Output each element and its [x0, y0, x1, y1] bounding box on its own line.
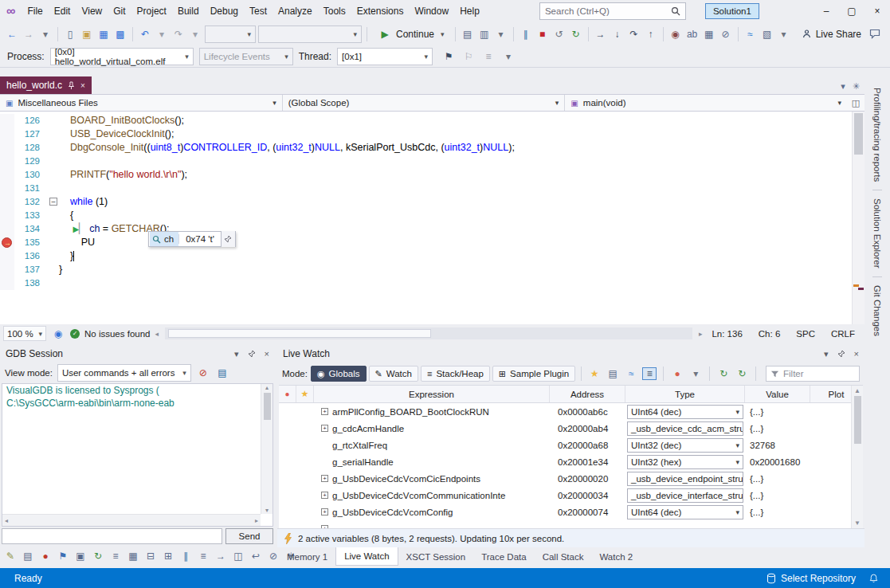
menu-item[interactable]: Tools [318, 0, 351, 22]
code-line[interactable]: 132– while (1) [0, 195, 865, 209]
column-indicator[interactable]: Ch: 6 [759, 329, 781, 339]
code-line[interactable]: 138 [0, 276, 865, 290]
scope-dropdown[interactable]: (Global Scope)▾ [283, 95, 566, 111]
flag-outline-icon[interactable]: ⚐ [461, 51, 476, 62]
watch-row[interactable]: +armPllConfig_BOARD_BootClockRUN0x0000ab… [279, 403, 851, 420]
menu-item[interactable]: Extensions [351, 0, 410, 22]
type-selector[interactable]: UInt32 (dec)▾ [627, 438, 743, 453]
type-selector[interactable]: UInt64 (dec)▾ [627, 405, 743, 419]
datatip-variable[interactable]: ch [150, 232, 178, 246]
nav-back-icon[interactable]: ← [5, 29, 19, 40]
breakpoint-margin[interactable] [0, 141, 14, 155]
pin-log-icon[interactable]: ⚑ [56, 551, 70, 562]
breakpoint-margin[interactable] [0, 127, 14, 141]
auto-scroll-icon[interactable]: ✎ [3, 551, 18, 562]
gdb-panel-header[interactable]: GDB Session ▾ × [0, 345, 275, 363]
minimize-icon[interactable]: – [814, 0, 839, 22]
split-editor-icon[interactable]: ◫ [847, 95, 865, 111]
save-icon[interactable]: ▦ [96, 29, 111, 40]
ide-layout-icon[interactable]: ▧ [760, 29, 774, 40]
menu-icon[interactable]: ≡ [196, 551, 210, 562]
breakpoint-margin[interactable] [0, 209, 14, 222]
gdb-horizontal-scrollbar[interactable]: ◂▸ [2, 514, 261, 526]
expand-icon[interactable]: + [321, 508, 328, 515]
code-editor[interactable]: 126 BOARD_InitBootClocks();127 USB_Devic… [0, 112, 865, 324]
live-watch-header[interactable]: Live Watch ▾ × [277, 345, 865, 363]
run-to-cursor-icon[interactable]: → [594, 29, 608, 40]
favorites-icon[interactable]: ★ [587, 368, 602, 379]
code-line[interactable]: 137} [0, 263, 865, 276]
pause-dropdown-icon[interactable]: ▾ [688, 368, 703, 379]
menu-item[interactable]: Window [409, 0, 454, 22]
search-input[interactable]: Search (Ctrl+Q) [539, 2, 686, 20]
watch-row[interactable]: +g_UsbDeviceCdcVcomCommunicationInte0x20… [279, 487, 851, 504]
pin-icon[interactable] [248, 350, 256, 358]
mode-button-stack-heap[interactable]: ≡Stack/Heap [421, 366, 490, 382]
step-into-icon[interactable]: ↓ [610, 29, 625, 40]
menu-item[interactable]: View [76, 0, 108, 22]
column-header-type[interactable]: Type [625, 386, 745, 402]
gdb-output-area[interactable]: VisualGDB is licensed to Sysprogs (C:\Sy… [2, 383, 273, 527]
thread-combo[interactable]: [0x1]▾ [337, 48, 433, 65]
solution-platforms-combo[interactable]: ▾ [258, 25, 362, 43]
hscroll-right-icon[interactable]: ▸ [699, 330, 703, 338]
word-wrap-log-icon[interactable]: ↩ [249, 551, 263, 562]
word-wrap-icon[interactable]: ab [685, 29, 700, 40]
plot-selected-icon[interactable]: ≈ [624, 368, 638, 379]
member-dropdown[interactable]: ▣ main(void)▾ [565, 95, 847, 111]
send-button[interactable]: Send [225, 528, 273, 544]
toolbar-overflow-icon[interactable]: ▾ [777, 29, 791, 40]
mode-button-watch[interactable]: ✎Watch [369, 366, 418, 382]
undo-dropdown-icon[interactable]: ▾ [155, 29, 169, 40]
panel-tab[interactable]: Trace Data [473, 547, 534, 566]
expand-icon[interactable]: + [321, 492, 328, 499]
gdb-command-input[interactable] [2, 528, 222, 544]
type-selector[interactable]: UInt32 (hex)▾ [627, 455, 743, 469]
watch-row[interactable]: g_serialHandle0x20001e34UInt32 (hex)▾0x2… [279, 453, 851, 470]
window-menu-icon[interactable]: ▾ [824, 349, 829, 359]
type-selector[interactable]: _usb_device_endpoint_struc [627, 472, 743, 486]
refresh-icon[interactable]: ↻ [569, 29, 583, 40]
breakpoint-current-icon[interactable] [2, 237, 12, 248]
new-file-icon[interactable]: ▯ [63, 29, 77, 40]
close-icon[interactable]: × [865, 0, 890, 22]
zoom-combo[interactable]: 100 %▾ [3, 326, 46, 341]
breakpoint-margin[interactable] [0, 236, 14, 249]
auto-hide-tab[interactable]: Solution Explorer [872, 190, 882, 276]
favorite-column-icon[interactable]: ★ [301, 389, 309, 399]
code-line[interactable]: 135 PU [0, 236, 865, 249]
refresh-settings-icon[interactable]: ↻ [735, 368, 749, 379]
pin-tab-icon[interactable] [68, 81, 75, 89]
line-indicator[interactable]: Ln: 136 [712, 329, 742, 339]
restart-icon[interactable]: ↺ [552, 29, 567, 40]
watch-row[interactable]: +g_UsbDeviceCdcVcomCicEndpoints0x2000002… [279, 470, 851, 487]
breakpoint-margin[interactable] [0, 114, 14, 127]
project-dropdown[interactable]: ▣ Miscellaneous Files▾ [0, 95, 283, 111]
menu-item[interactable]: Debug [205, 0, 244, 22]
sort-order-icon[interactable]: ≡ [642, 367, 657, 380]
scrollbar-thumb[interactable] [854, 113, 863, 155]
breakpoint-margin[interactable] [0, 155, 14, 168]
filter-lines-icon[interactable]: ≡ [108, 551, 123, 562]
breakpoint-margin[interactable] [0, 222, 14, 236]
panel-tab[interactable]: Call Stack [535, 547, 592, 566]
pin-icon[interactable] [837, 350, 845, 358]
tab-list-dropdown-icon[interactable]: ▾ [841, 81, 845, 92]
fold-collapse-icon[interactable]: – [49, 198, 57, 206]
refresh-session-icon[interactable]: ↻ [91, 551, 105, 562]
pause-output-icon[interactable]: ∥ [178, 551, 193, 562]
type-selector[interactable]: _usb_device_interface_struct [627, 488, 743, 503]
type-selector[interactable]: UInt64 (dec)▾ [627, 505, 743, 519]
parallel-stacks-icon[interactable]: ≡ [481, 51, 496, 62]
show-timestamps-icon[interactable]: ▣ [73, 551, 88, 562]
report-icon[interactable]: ▤ [606, 368, 620, 379]
undo-icon[interactable]: ↶ [138, 29, 152, 40]
eol-indicator[interactable]: CRLF [831, 329, 855, 339]
disable-breakpoints-icon[interactable]: ⊘ [719, 29, 733, 40]
go-to-end-icon[interactable]: → [214, 551, 228, 562]
code-line[interactable]: 128 DbgConsole_Init((uint8_t)CONTROLLER_… [0, 141, 865, 155]
filter-input[interactable]: Filter [766, 366, 860, 382]
debug-windows-dropdown-icon[interactable]: ▾ [494, 29, 508, 40]
auto-hide-tab[interactable]: Git Changes [872, 276, 882, 344]
gear-icon[interactable]: ✳ [853, 81, 860, 92]
